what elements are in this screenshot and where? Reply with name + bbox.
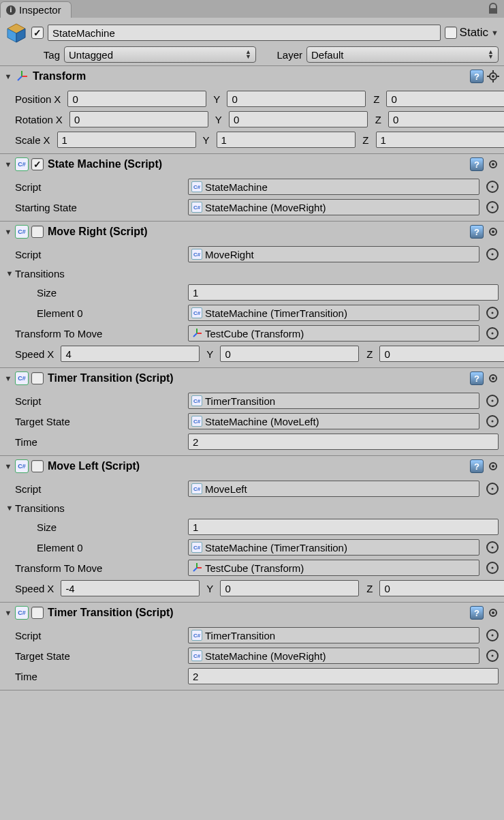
foldout-toggle[interactable]: ▼	[4, 374, 12, 382]
object-picker-icon[interactable]	[486, 650, 499, 662]
scale-z-input[interactable]	[376, 132, 504, 148]
starting-state-field[interactable]: C# StateMachine (MoveRight)	[188, 199, 479, 215]
enable-checkbox[interactable]	[31, 460, 44, 472]
svg-point-20	[492, 377, 494, 380]
moveright-component: ▼ C# Move Right (Script) ? Script C# Mov…	[0, 222, 504, 368]
enable-checkbox[interactable]	[31, 226, 44, 238]
script-object-field[interactable]: C# TimerTransition	[188, 627, 479, 643]
lock-icon[interactable]	[489, 4, 497, 14]
time-input[interactable]	[188, 668, 499, 684]
gear-icon[interactable]	[486, 70, 500, 83]
size-label: Size	[5, 521, 188, 533]
script-label: Script	[5, 483, 188, 495]
gear-icon[interactable]	[486, 157, 500, 171]
help-icon[interactable]: ?	[470, 70, 484, 83]
gear-icon[interactable]	[486, 606, 500, 620]
enable-checkbox[interactable]	[31, 607, 44, 619]
transform-to-move-field[interactable]: TestCube (Transform)	[188, 325, 479, 341]
help-icon[interactable]: ?	[470, 371, 484, 385]
script-object-field[interactable]: C# StateMachine	[188, 179, 479, 195]
enable-checkbox[interactable]	[31, 158, 44, 170]
csharp-script-icon: C#	[15, 606, 29, 620]
gear-icon[interactable]	[486, 371, 500, 385]
z-label: Z	[363, 348, 375, 360]
active-checkbox[interactable]	[31, 27, 44, 39]
foldout-toggle[interactable]: ▼	[5, 269, 14, 277]
object-picker-icon[interactable]	[486, 415, 499, 427]
speed-label: Speed	[5, 583, 44, 594]
tag-dropdown[interactable]: Untagged ▲▼	[64, 46, 256, 63]
target-state-field[interactable]: C# StateMachine (MoveLeft)	[188, 413, 479, 429]
speed-y-input[interactable]	[220, 346, 359, 362]
transitions-size-input[interactable]	[188, 519, 499, 535]
object-picker-icon[interactable]	[486, 248, 499, 260]
rotation-y-input[interactable]	[229, 111, 368, 127]
script-value: TimerTransition	[205, 630, 275, 641]
csharp-icon: C#	[191, 395, 202, 406]
object-picker-icon[interactable]	[486, 395, 499, 407]
help-icon[interactable]: ?	[470, 606, 484, 620]
z-label: Z	[370, 93, 382, 105]
speed-z-input[interactable]	[379, 346, 504, 362]
script-object-field[interactable]: C# TimerTransition	[188, 393, 479, 409]
time-label: Time	[5, 671, 188, 682]
position-x-input[interactable]	[67, 91, 206, 107]
inspector-tab[interactable]: i Inspector	[0, 1, 72, 18]
time-input[interactable]	[188, 434, 499, 450]
element-0-field[interactable]: C# StateMachine (TimerTransition)	[188, 305, 479, 321]
gear-icon[interactable]	[486, 225, 500, 239]
help-icon[interactable]: ?	[470, 459, 484, 473]
rotation-x-input[interactable]	[69, 111, 208, 127]
scale-y-input[interactable]	[217, 132, 356, 148]
object-picker-icon[interactable]	[486, 483, 499, 495]
object-picker-icon[interactable]	[486, 181, 499, 193]
object-picker-icon[interactable]	[486, 201, 499, 213]
help-icon[interactable]: ?	[470, 157, 484, 171]
statemachine-component: ▼ C# State Machine (Script) ? Script C# …	[0, 154, 504, 222]
static-dropdown-arrow[interactable]: ▼	[491, 29, 499, 37]
gameobject-name-input[interactable]	[48, 25, 441, 41]
object-picker-icon[interactable]	[486, 307, 499, 319]
z-label: Z	[372, 114, 384, 125]
speed-z-input[interactable]	[379, 580, 504, 596]
speed-x-input[interactable]	[61, 346, 200, 362]
timertransition-1-component: ▼ C# Timer Transition (Script) ? Script …	[0, 368, 504, 456]
script-object-field[interactable]: C# MoveLeft	[188, 481, 479, 497]
object-picker-icon[interactable]	[486, 629, 499, 641]
position-y-input[interactable]	[227, 91, 366, 107]
static-checkbox[interactable]	[445, 27, 457, 39]
gameobject-header: Static ▼ Tag Untagged ▲▼ Layer Default ▲…	[0, 18, 504, 66]
layer-label: Layer	[260, 49, 302, 61]
object-picker-icon[interactable]	[486, 327, 499, 339]
help-icon[interactable]: ?	[470, 225, 484, 239]
scale-x-input[interactable]	[57, 132, 196, 148]
foldout-toggle[interactable]: ▼	[4, 160, 12, 168]
gameobject-icon[interactable]	[5, 22, 27, 44]
x-label: X	[41, 134, 53, 146]
object-picker-icon[interactable]	[486, 541, 499, 553]
script-label: Script	[5, 395, 188, 407]
foldout-toggle[interactable]: ▼	[4, 609, 12, 617]
transform-to-move-field[interactable]: TestCube (Transform)	[188, 560, 479, 576]
gear-icon[interactable]	[486, 459, 500, 473]
transitions-size-input[interactable]	[188, 284, 499, 301]
position-z-input[interactable]	[386, 91, 504, 107]
y-label: Y	[204, 348, 216, 360]
rotation-z-input[interactable]	[388, 111, 504, 127]
foldout-toggle[interactable]: ▼	[4, 72, 12, 80]
svg-point-15	[492, 230, 494, 233]
speed-y-input[interactable]	[220, 580, 359, 596]
speed-x-input[interactable]	[61, 580, 200, 596]
tab-title: Inspector	[19, 4, 61, 16]
object-picker-icon[interactable]	[486, 562, 499, 574]
element-0-field[interactable]: C# StateMachine (TimerTransition)	[188, 539, 479, 556]
y-label: Y	[200, 134, 212, 146]
enable-checkbox[interactable]	[31, 372, 44, 384]
foldout-toggle[interactable]: ▼	[4, 462, 12, 470]
element-0-value: StateMachine (TimerTransition)	[205, 307, 347, 319]
foldout-toggle[interactable]: ▼	[5, 504, 14, 512]
foldout-toggle[interactable]: ▼	[4, 228, 12, 236]
target-state-field[interactable]: C# StateMachine (MoveRight)	[188, 648, 479, 664]
layer-dropdown[interactable]: Default ▲▼	[306, 46, 499, 63]
script-object-field[interactable]: C# MoveRight	[188, 246, 479, 262]
